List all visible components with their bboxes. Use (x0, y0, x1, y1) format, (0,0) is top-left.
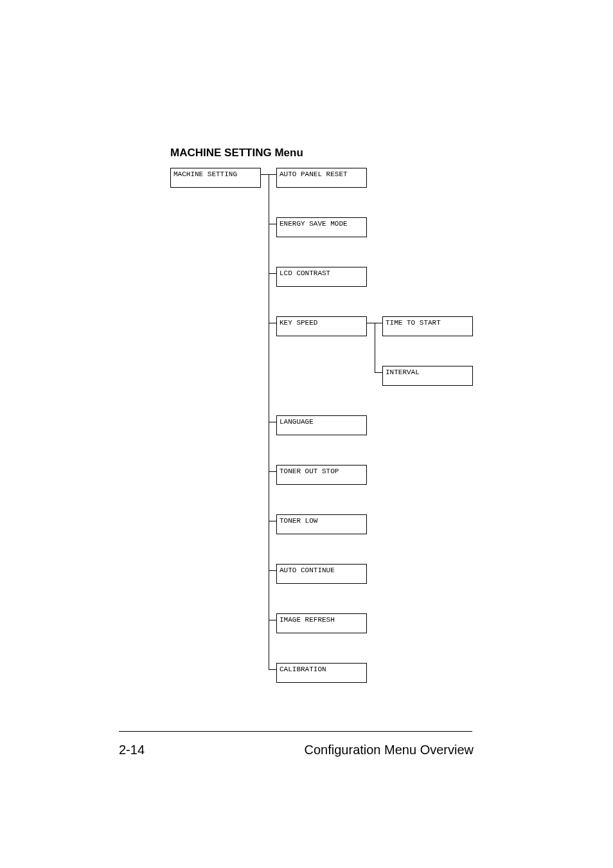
footer-title: Configuration Menu Overview (305, 743, 474, 757)
connector-line (269, 635, 269, 670)
connector-line (375, 323, 382, 323)
connector-line (269, 669, 276, 670)
footer-divider (119, 731, 472, 732)
menu-item-interval: INTERVAL (382, 366, 473, 386)
connector-line (269, 570, 276, 571)
connector-line (375, 323, 375, 373)
menu-item-image-refresh: IMAGE REFRESH (276, 613, 367, 633)
menu-root-box: MACHINE SETTING (170, 168, 261, 188)
connector-line (261, 174, 269, 175)
page: MACHINE SETTING Menu MACHINE SETTING AUT… (0, 0, 613, 868)
connector-line (269, 323, 276, 323)
menu-item-auto-continue: AUTO CONTINUE (276, 564, 367, 584)
connector-line (367, 323, 375, 323)
connector-line (269, 224, 276, 224)
connector-line (269, 174, 269, 635)
connector-line (269, 620, 276, 620)
connector-line (269, 521, 276, 521)
menu-item-energy-save-mode: ENERGY SAVE MODE (276, 217, 367, 237)
menu-item-key-speed: KEY SPEED (276, 316, 367, 336)
menu-item-toner-low: TONER LOW (276, 514, 367, 534)
connector-line (269, 471, 276, 472)
connector-line (269, 273, 276, 274)
menu-item-language: LANGUAGE (276, 415, 367, 435)
connector-line (269, 422, 276, 422)
menu-item-toner-out-stop: TONER OUT STOP (276, 465, 367, 485)
menu-item-auto-panel-reset: AUTO PANEL RESET (276, 168, 367, 188)
page-number: 2-14 (119, 743, 145, 757)
menu-item-lcd-contrast: LCD CONTRAST (276, 267, 367, 287)
section-heading: MACHINE SETTING Menu (170, 147, 303, 159)
menu-item-calibration: CALIBRATION (276, 663, 367, 683)
connector-line (375, 372, 382, 373)
menu-item-time-to-start: TIME TO START (382, 316, 473, 336)
connector-line (269, 174, 276, 175)
